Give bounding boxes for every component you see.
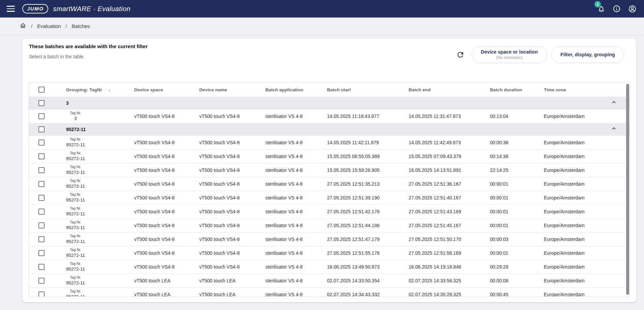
tag-cell: Tag Nr.95272-11 (66, 248, 85, 258)
info-button[interactable] (612, 4, 621, 13)
group-name: 95272-11 (66, 127, 86, 132)
batch-application-cell: sterilisator VS 4-8 (265, 260, 327, 274)
sort-descending-icon[interactable]: ↓ (108, 87, 111, 92)
row-checkbox[interactable] (38, 250, 45, 256)
group-checkbox[interactable] (38, 126, 45, 132)
batch-row[interactable]: Tag Nr.95272-11vT500 touch VS4-8vT500 to… (29, 246, 630, 260)
batch-row[interactable]: Tag Nr.95272-11vT500 touch VS4-8vT500 to… (29, 177, 630, 191)
batch-start-cell: 02.07.2025 14:33:50.354 (327, 274, 409, 287)
home-icon[interactable] (20, 22, 26, 30)
time-zone-cell: Europe/Amsterdam (544, 274, 630, 287)
batch-duration-cell: 00:00:01 (490, 177, 544, 191)
batch-row[interactable]: Tag Nr.95272-11vT500 touch VS4-8vT500 to… (29, 191, 630, 205)
device-space-cell: vT500 touch VS4-8 (134, 177, 199, 191)
chevron-up-icon (611, 126, 617, 131)
info-icon (613, 5, 621, 13)
time-zone-cell: Europe/Amsterdam (544, 149, 630, 163)
batch-row[interactable]: Tag Nr.95272-11vT500 touch LEAvT500 touc… (29, 274, 630, 287)
time-zone-cell: Europe/Amsterdam (544, 109, 630, 123)
device-name-cell: vT500 touch VS4-8 (199, 135, 265, 149)
group-row[interactable]: 95272-11 (29, 123, 630, 135)
group-checkbox[interactable] (38, 100, 45, 106)
breadcrumb-item-evaluation[interactable]: Evaluation (37, 23, 61, 29)
tag-cell: Tag Nr.95272-11 (66, 192, 85, 203)
row-checkbox[interactable] (38, 236, 45, 242)
tag-cell: Tag Nr.95272-11 (66, 137, 85, 147)
batch-row[interactable]: Tag Nr.95272-11vT500 touch LEAvT500 touc… (29, 287, 630, 297)
account-button[interactable] (628, 4, 637, 13)
vertical-scrollbar-thumb[interactable] (626, 84, 629, 295)
batch-row[interactable]: Tag Nr.95272-11vT500 touch VS4-8vT500 to… (29, 149, 630, 163)
device-space-filter-button[interactable]: Device space or location (No restriction… (472, 46, 547, 63)
tag-label: Tag Nr. (66, 234, 85, 238)
tag-label: Tag Nr. (66, 151, 85, 155)
time-zone-cell: Europe/Amsterdam (544, 205, 630, 218)
batch-end-cell: 02.07.2025 14:33:58.325 (409, 274, 490, 287)
tag-label: Tag Nr. (66, 275, 85, 279)
batch-application-cell: sterilisator VS 4-8 (265, 149, 327, 163)
row-checkbox[interactable] (38, 291, 45, 297)
batch-row[interactable]: Tag Nr.95272-11vT500 touch VS4-8vT500 to… (29, 232, 630, 246)
row-checkbox[interactable] (38, 181, 45, 187)
batch-row[interactable]: Tag Nr.95272-11vT500 touch VS4-8vT500 to… (29, 135, 630, 149)
batch-application-cell: sterilisator VS 4-8 (265, 287, 327, 297)
chevron-up-icon (611, 99, 617, 105)
row-checkbox[interactable] (38, 167, 45, 173)
group-collapse-button[interactable] (544, 123, 630, 135)
tag-value: 95272-11 (66, 211, 85, 217)
time-zone-cell: Europe/Amsterdam (544, 260, 630, 274)
tag-label: Tag Nr. (66, 111, 85, 115)
row-checkbox[interactable] (38, 140, 45, 146)
batch-end-cell: 27.05.2025 12:51:40.167 (409, 191, 490, 205)
batch-row[interactable]: Tag Nr.95272-11vT500 touch VS4-8vT500 to… (29, 163, 630, 177)
top-navbar: JUMO smartWARE · Evaluation 1 (0, 0, 644, 18)
column-header-batch-end[interactable]: Batch end (409, 83, 490, 97)
notifications-button[interactable]: 1 (597, 4, 606, 13)
group-row[interactable]: 3 (29, 97, 630, 109)
tag-label: Tag Nr. (66, 206, 85, 210)
batch-row[interactable]: Tag Nr.95272-11vT500 touch VS4-8vT500 to… (29, 260, 630, 274)
column-header-batch-start[interactable]: Batch start (327, 83, 409, 97)
tag-value: 95272-11 (66, 142, 85, 148)
account-icon (628, 5, 637, 13)
batch-start-cell: 27.05.2025 12:51:39.190 (327, 191, 409, 205)
row-checkbox[interactable] (38, 278, 45, 284)
filter-display-grouping-label: Filter, display, grouping (560, 52, 615, 57)
device-space-cell: vT500 touch VS4-8 (134, 135, 199, 149)
batch-end-cell: 14.05.2025 11:31:47.873 (409, 109, 490, 123)
batch-end-cell: 16.06.2025 14:19:18.846 (409, 260, 490, 274)
row-checkbox[interactable] (38, 153, 45, 159)
row-checkbox[interactable] (38, 209, 45, 215)
row-checkbox[interactable] (38, 264, 45, 270)
row-checkbox[interactable] (38, 113, 45, 119)
column-header-batch-duration[interactable]: Batch duration (490, 83, 544, 97)
time-zone-cell: Europe/Amsterdam (544, 163, 630, 177)
device-space-cell: vT500 touch LEA (134, 274, 199, 287)
menu-icon[interactable] (7, 6, 15, 12)
device-name-cell: vT500 touch VS4-8 (199, 149, 265, 163)
row-checkbox[interactable] (38, 222, 45, 228)
refresh-button[interactable] (455, 49, 466, 60)
batch-duration-cell: 00:00:01 (490, 205, 544, 218)
batch-row[interactable]: Tag Nr.95272-11vT500 touch VS4-8vT500 to… (29, 205, 630, 218)
tag-value: 95272-11 (66, 253, 85, 258)
breadcrumb-separator: / (31, 23, 32, 29)
batch-application-cell: sterilisator VS 4-8 (265, 274, 327, 287)
batch-start-cell: 27.05.2025 12:51:42.176 (327, 205, 409, 218)
batch-row[interactable]: Tag Nr.95272-11vT500 touch VS4-8vT500 to… (29, 218, 630, 232)
column-header-grouping[interactable]: Grouping: TagNr↑ ↓ (66, 83, 134, 97)
batch-start-cell: 02.07.2025 14:34:43.332 (327, 287, 409, 297)
column-header-time-zone[interactable]: Time zone (544, 83, 630, 97)
filter-display-grouping-button[interactable]: Filter, display, grouping (551, 46, 624, 63)
breadcrumb-item-batches[interactable]: Batches (71, 23, 90, 29)
batch-row[interactable]: Tag Nr.3vT500 touch VS4-8vT500 touch VS4… (29, 109, 630, 123)
select-all-checkbox[interactable] (38, 87, 45, 93)
device-space-cell: vT500 touch VS4-8 (134, 218, 199, 232)
column-header-device-name[interactable]: Device name (199, 83, 265, 97)
column-header-device-space[interactable]: Device space (134, 83, 199, 97)
batch-end-cell: 27.05.2025 12:51:56.169 (409, 246, 490, 260)
row-checkbox[interactable] (38, 195, 45, 201)
sort-ascending-icon[interactable]: ↑ (104, 87, 107, 92)
column-header-batch-application[interactable]: Batch application (265, 83, 327, 97)
group-collapse-button[interactable] (544, 97, 630, 109)
